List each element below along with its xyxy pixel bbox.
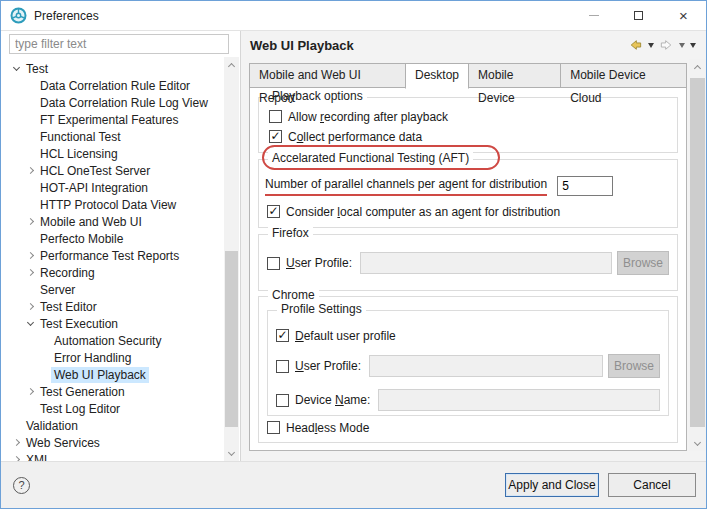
preferences-dialog: Preferences × TestData Correlation Rule …	[0, 0, 707, 509]
tree-item-hot-api-integration[interactable]: HOT-API Integration	[1, 179, 240, 196]
tree-item-label: Mobile and Web UI	[37, 214, 145, 230]
tree-item-automation-security[interactable]: Automation Security	[1, 332, 240, 349]
tree-item-label: Test Editor	[37, 299, 100, 315]
tree-item-label: Performance Test Reports	[37, 248, 182, 264]
apply-and-close-button[interactable]: Apply and Close	[505, 473, 599, 497]
collect-performance-label: Collect performance data	[288, 130, 422, 144]
default-profile-checkbox[interactable]: ✓	[276, 329, 289, 342]
tree-item-test[interactable]: Test	[1, 60, 240, 77]
device-name-checkbox[interactable]	[276, 394, 289, 407]
tree-item-test-generation[interactable]: Test Generation	[1, 383, 240, 400]
maximize-icon	[634, 11, 643, 20]
tree-item-http-protocol-data-view[interactable]: HTTP Protocol Data View	[1, 196, 240, 213]
chevron-right-icon[interactable]	[9, 457, 23, 461]
tree-item-validation[interactable]: Validation	[1, 417, 240, 434]
tree-item-label: Web Services	[23, 435, 103, 451]
scroll-up-icon[interactable]	[224, 57, 239, 72]
window-title: Preferences	[34, 9, 99, 23]
chevron-right-icon[interactable]	[23, 304, 37, 309]
question-mark-icon: ?	[18, 479, 24, 491]
tree-item-functional-test[interactable]: Functional Test	[1, 128, 240, 145]
back-history-dropdown-icon[interactable]	[648, 43, 654, 48]
maximize-button[interactable]	[616, 1, 661, 30]
default-profile-row: ✓ Default user profile	[276, 327, 668, 344]
tree-item-hcl-onetest-server[interactable]: HCL OneTest Server	[1, 162, 240, 179]
tab-mobile-device[interactable]: Mobile Device	[469, 63, 560, 88]
page-header: Web UI Playback	[241, 31, 706, 59]
device-name-label: Device Name:	[295, 393, 370, 407]
help-button[interactable]: ?	[13, 477, 30, 494]
content-scrollbar[interactable]	[689, 59, 706, 451]
chevron-down-icon[interactable]	[23, 322, 37, 325]
close-button[interactable]: ×	[661, 1, 706, 30]
chevron-right-icon[interactable]	[23, 270, 37, 275]
chevron-right-icon[interactable]	[23, 219, 37, 224]
chevron-right-icon[interactable]	[23, 253, 37, 258]
history-nav	[628, 39, 700, 51]
tree-item-web-ui-playback[interactable]: Web UI Playback	[1, 366, 240, 383]
forward-history-dropdown-icon[interactable]	[679, 43, 685, 48]
tree-item-web-services[interactable]: Web Services	[1, 434, 240, 451]
collect-performance-row: ✓ Collect performance data	[269, 128, 677, 145]
firefox-browse-button: Browse	[617, 251, 669, 275]
chrome-user-profile-checkbox[interactable]	[276, 360, 289, 373]
main-area: TestData Correlation Rule EditorData Cor…	[1, 31, 706, 461]
chevron-right-icon[interactable]	[9, 440, 23, 445]
scroll-down-icon[interactable]	[224, 446, 239, 461]
tab-mobile-and-web-ui-report[interactable]: Mobile and Web UI Report	[249, 63, 405, 88]
chevron-right-icon[interactable]	[23, 168, 37, 173]
tree-item-performance-test-reports[interactable]: Performance Test Reports	[1, 247, 240, 264]
cancel-button[interactable]: Cancel	[608, 473, 696, 497]
headless-mode-checkbox[interactable]	[267, 421, 280, 434]
tree-item-mobile-and-web-ui[interactable]: Mobile and Web UI	[1, 213, 240, 230]
tree-item-label: Server	[37, 282, 78, 298]
allow-recording-checkbox[interactable]	[269, 110, 282, 123]
minimize-button[interactable]	[571, 1, 616, 30]
tree-item-test-execution[interactable]: Test Execution	[1, 315, 240, 332]
tree-item-label: Automation Security	[51, 333, 164, 349]
tree-item-recording[interactable]: Recording	[1, 264, 240, 281]
content-scroll-down-icon[interactable]	[689, 436, 706, 451]
tree-item-hcl-licensing[interactable]: HCL Licensing	[1, 145, 240, 162]
tree-item-label: Functional Test	[37, 129, 124, 145]
tree-item-test-log-editor[interactable]: Test Log Editor	[1, 400, 240, 417]
close-icon: ×	[679, 8, 688, 23]
tab-mobile-device-cloud[interactable]: Mobile Device Cloud	[560, 63, 687, 88]
chrome-title: Chrome	[268, 288, 319, 302]
back-arrow-icon[interactable]	[628, 39, 643, 51]
tree-item-label: Error Handling	[51, 350, 134, 366]
parallel-channels-input[interactable]	[557, 176, 613, 196]
content-column: Mobile and Web UI Report Desktop Mobile …	[249, 59, 687, 451]
content-scroll-up-icon[interactable]	[689, 59, 706, 74]
tab-desktop[interactable]: Desktop	[405, 63, 469, 89]
forward-arrow-icon[interactable]	[659, 39, 674, 51]
chrome-user-profile-row: User Profile: Browse	[276, 354, 660, 378]
tree-item-label: Validation	[23, 418, 81, 434]
tree-item-server[interactable]: Server	[1, 281, 240, 298]
tree-item-xml[interactable]: XML	[1, 451, 240, 461]
content-scroll-thumb[interactable]	[690, 78, 705, 427]
consider-local-checkbox[interactable]: ✓	[267, 205, 280, 218]
default-profile-label: Default user profile	[295, 329, 396, 343]
tree-item-label: Recording	[37, 265, 98, 281]
tree-item-error-handling[interactable]: Error Handling	[1, 349, 240, 366]
view-menu-icon[interactable]	[690, 43, 696, 48]
sidebar-scroll-thumb[interactable]	[225, 251, 238, 427]
tab-strip: Mobile and Web UI Report Desktop Mobile …	[249, 63, 687, 88]
tree-item-perfecto-mobile[interactable]: Perfecto Mobile	[1, 230, 240, 247]
firefox-profile-input	[360, 252, 612, 274]
tree-item-test-editor[interactable]: Test Editor	[1, 298, 240, 315]
chevron-down-icon[interactable]	[9, 67, 23, 70]
firefox-user-profile-checkbox[interactable]	[267, 257, 280, 270]
tree-item-data-correlation-rule-log-view[interactable]: Data Correlation Rule Log View	[1, 94, 240, 111]
footer: ? Apply and Close Cancel	[1, 461, 706, 508]
sidebar-scrollbar[interactable]	[224, 57, 239, 461]
tree-item-ft-experimental-features[interactable]: FT Experimental Features	[1, 111, 240, 128]
tree-item-data-correlation-rule-editor[interactable]: Data Correlation Rule Editor	[1, 77, 240, 94]
chevron-right-icon[interactable]	[23, 389, 37, 394]
chrome-browse-button: Browse	[608, 354, 660, 378]
consider-local-label: Consider local computer as an agent for …	[286, 205, 560, 219]
filter-input[interactable]	[9, 34, 229, 54]
parallel-channels-label: Number of parallel channels per agent fo…	[265, 177, 547, 196]
collect-performance-checkbox[interactable]: ✓	[269, 130, 282, 143]
